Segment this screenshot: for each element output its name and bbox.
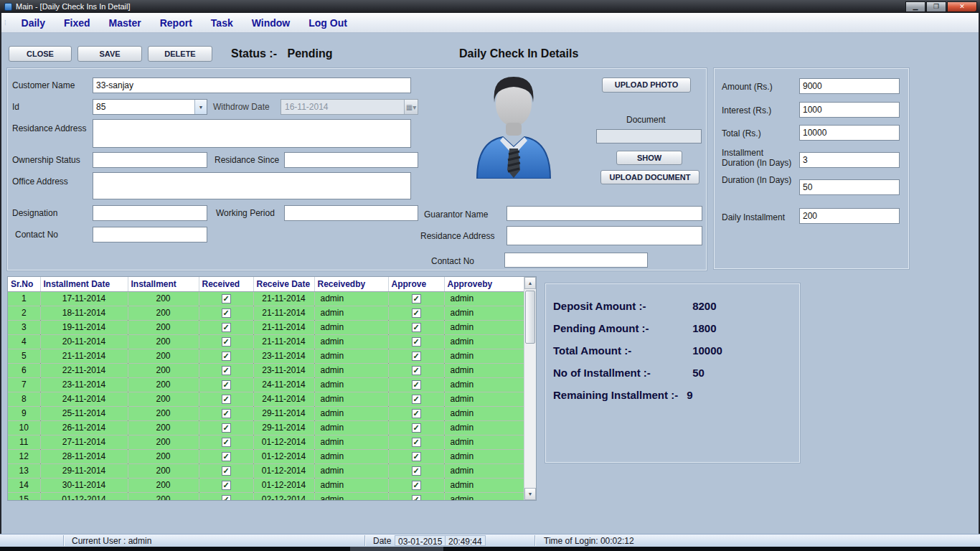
- grid-scrollbar[interactable]: ▲ ▼: [524, 277, 536, 500]
- approve-checkbox[interactable]: ✓: [412, 323, 421, 332]
- table-row[interactable]: 622-11-2014200✓23-11-2014admin✓admin: [8, 363, 525, 377]
- table-row[interactable]: 723-11-2014200✓24-11-2014admin✓admin: [8, 377, 525, 392]
- received-checkbox[interactable]: ✓: [222, 323, 231, 332]
- approve-checkbox[interactable]: ✓: [412, 466, 421, 476]
- received-checkbox[interactable]: ✓: [222, 452, 231, 461]
- installment-duration-input[interactable]: [799, 152, 900, 168]
- column-header-received[interactable]: Received: [199, 277, 253, 291]
- menu-item-window[interactable]: Window: [242, 14, 300, 32]
- approve-checkbox[interactable]: ✓: [412, 409, 421, 418]
- column-header-installment[interactable]: Installment: [128, 277, 199, 291]
- upload-photo-button[interactable]: UPLOAD PHOTO: [602, 77, 691, 93]
- scroll-up-icon[interactable]: ▲: [524, 277, 536, 289]
- column-header-srno[interactable]: Sr.No: [8, 277, 40, 291]
- table-row[interactable]: 1026-11-2014200✓29-11-2014admin✓admin: [8, 420, 525, 435]
- received-checkbox[interactable]: ✓: [222, 423, 231, 433]
- show-button[interactable]: SHOW: [616, 151, 682, 165]
- approve-checkbox[interactable]: ✓: [412, 309, 421, 318]
- daily-installment-input[interactable]: [799, 208, 900, 224]
- upload-document-button[interactable]: UPLOAD DOCUMENT: [600, 170, 699, 184]
- duration-input[interactable]: [799, 179, 900, 195]
- approveby-cell: admin: [444, 334, 525, 349]
- menu-item-report[interactable]: Report: [151, 14, 202, 32]
- approve-checkbox[interactable]: ✓: [412, 395, 421, 404]
- table-row[interactable]: 117-11-2014200✓21-11-2014admin✓admin: [8, 291, 525, 306]
- minimize-button[interactable]: ▁: [905, 1, 925, 12]
- received-checkbox[interactable]: ✓: [222, 466, 231, 476]
- table-row[interactable]: 521-11-2014200✓23-11-2014admin✓admin: [8, 349, 525, 363]
- menu-item-task[interactable]: Task: [202, 14, 242, 32]
- interest-input[interactable]: [799, 102, 900, 118]
- chevron-down-icon[interactable]: ▼: [194, 100, 207, 114]
- approve-checkbox[interactable]: ✓: [412, 423, 421, 433]
- received-checkbox[interactable]: ✓: [222, 380, 231, 390]
- approve-checkbox[interactable]: ✓: [412, 294, 421, 303]
- received-checkbox[interactable]: ✓: [222, 438, 231, 447]
- received-checkbox[interactable]: ✓: [222, 294, 231, 303]
- table-row[interactable]: 420-11-2014200✓21-11-2014admin✓admin: [8, 334, 525, 349]
- approve-checkbox[interactable]: ✓: [412, 352, 421, 361]
- approve-cell: ✓: [388, 449, 444, 463]
- received-checkbox[interactable]: ✓: [222, 366, 231, 375]
- scroll-thumb[interactable]: [525, 291, 535, 344]
- menu-item-fixed[interactable]: Fixed: [55, 14, 100, 32]
- statusbar-separator: [63, 535, 64, 546]
- working-period-input[interactable]: [284, 205, 418, 221]
- table-row[interactable]: 218-11-2014200✓21-11-2014admin✓admin: [8, 306, 525, 320]
- approve-checkbox[interactable]: ✓: [412, 438, 421, 447]
- approve-checkbox[interactable]: ✓: [412, 481, 421, 490]
- maximize-button[interactable]: ❐: [926, 1, 946, 12]
- guarantor-residence-input[interactable]: [507, 226, 702, 245]
- customer-name-input[interactable]: [93, 77, 411, 93]
- total-input[interactable]: [799, 125, 900, 141]
- approve-checkbox[interactable]: ✓: [412, 495, 421, 501]
- amount-input[interactable]: [799, 78, 900, 94]
- received-checkbox[interactable]: ✓: [222, 309, 231, 318]
- residence-address-input[interactable]: [93, 119, 411, 148]
- received-checkbox[interactable]: ✓: [222, 395, 231, 404]
- menu-item-daily[interactable]: Daily: [12, 14, 55, 32]
- received-checkbox[interactable]: ✓: [222, 409, 231, 418]
- table-row[interactable]: 1501-12-2014200✓02-12-2014admin✓admin: [8, 492, 525, 501]
- received-checkbox[interactable]: ✓: [222, 481, 231, 490]
- designation-input[interactable]: [93, 205, 207, 221]
- menu-item-master[interactable]: Master: [100, 14, 151, 32]
- received-cell: ✓: [199, 306, 253, 320]
- column-header-approveby[interactable]: Approveby: [444, 277, 525, 291]
- received-checkbox[interactable]: ✓: [222, 337, 231, 347]
- close-window-button[interactable]: ✕: [947, 1, 977, 12]
- received-checkbox[interactable]: ✓: [222, 352, 231, 361]
- taskbar[interactable]: [0, 547, 980, 551]
- table-row[interactable]: 824-11-2014200✓24-11-2014admin✓admin: [8, 392, 525, 406]
- column-header-installment-date[interactable]: Installment Date: [40, 277, 128, 291]
- column-header-approve[interactable]: Approve: [388, 277, 444, 291]
- save-button[interactable]: SAVE: [77, 46, 142, 62]
- contact-no-input[interactable]: [93, 227, 207, 242]
- close-button[interactable]: CLOSE: [9, 46, 72, 62]
- delete-button[interactable]: DELETE: [148, 46, 212, 62]
- column-header-receive-date[interactable]: Receive Date: [253, 277, 314, 291]
- table-row[interactable]: 1430-11-2014200✓01-12-2014admin✓admin: [8, 478, 525, 492]
- table-row[interactable]: 1329-11-2014200✓01-12-2014admin✓admin: [8, 463, 525, 478]
- id-select[interactable]: 85 ▼: [93, 99, 207, 115]
- approve-checkbox[interactable]: ✓: [412, 452, 421, 461]
- column-header-receivedby[interactable]: Receivedby: [314, 277, 388, 291]
- guarantor-name-input[interactable]: [507, 206, 702, 221]
- approve-checkbox[interactable]: ✓: [412, 337, 421, 347]
- approve-checkbox[interactable]: ✓: [412, 380, 421, 390]
- table-row[interactable]: 925-11-2014200✓29-11-2014admin✓admin: [8, 406, 525, 420]
- installment-date-cell: 20-11-2014: [40, 334, 128, 349]
- deposit-amount-row: Deposit Amount :- 8200: [553, 300, 799, 312]
- table-row[interactable]: 1127-11-2014200✓01-12-2014admin✓admin: [8, 435, 525, 449]
- approve-checkbox[interactable]: ✓: [412, 366, 421, 375]
- residence-since-input[interactable]: [284, 152, 418, 168]
- guarantor-contact-input[interactable]: [504, 253, 648, 268]
- office-address-input[interactable]: [93, 172, 411, 199]
- table-row[interactable]: 319-11-2014200✓21-11-2014admin✓admin: [8, 320, 525, 334]
- ownership-status-input[interactable]: [93, 152, 207, 168]
- menu-item-logout[interactable]: Log Out: [299, 14, 357, 32]
- table-row[interactable]: 1228-11-2014200✓01-12-2014admin✓admin: [8, 449, 525, 463]
- received-checkbox[interactable]: ✓: [222, 495, 231, 501]
- scroll-down-icon[interactable]: ▼: [524, 488, 536, 500]
- taskbar-button[interactable]: [350, 547, 443, 551]
